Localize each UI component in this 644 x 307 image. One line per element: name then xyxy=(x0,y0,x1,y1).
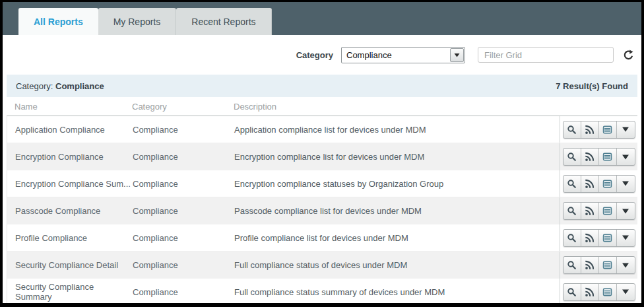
export-report-button[interactable] xyxy=(599,257,617,273)
magnifier-icon xyxy=(567,179,577,189)
report-category: Compliance xyxy=(133,233,234,243)
report-name: Security Compliance Detail xyxy=(7,260,133,270)
reports-window: All Reports My Reports Recent Reports Ca… xyxy=(0,0,644,307)
row-action-group xyxy=(563,148,635,166)
export-report-button[interactable] xyxy=(599,230,617,246)
row-actions xyxy=(560,143,637,170)
rss-feed-icon xyxy=(585,125,595,135)
report-row[interactable]: Application Compliance Compliance Applic… xyxy=(7,116,637,143)
list-view-icon xyxy=(602,152,612,162)
rss-feed-icon xyxy=(585,287,595,297)
report-name: Application Compliance xyxy=(7,125,133,135)
caret-down-icon xyxy=(622,180,629,187)
magnifier-icon xyxy=(567,233,577,243)
row-action-group xyxy=(563,175,635,193)
more-actions-button[interactable] xyxy=(617,149,635,165)
subscribe-report-button[interactable] xyxy=(581,149,599,165)
view-report-button[interactable] xyxy=(564,257,581,273)
column-header-category[interactable]: Category xyxy=(132,102,234,112)
report-description: Passcode compliance list for devices und… xyxy=(234,206,560,216)
row-action-group xyxy=(563,256,635,274)
report-category: Compliance xyxy=(133,179,234,189)
more-actions-button[interactable] xyxy=(617,257,635,273)
report-rows: Application Compliance Compliance Applic… xyxy=(7,116,637,306)
caret-down-icon xyxy=(622,234,629,241)
results-count: 7 Result(s) Found xyxy=(556,81,628,91)
more-actions-button[interactable] xyxy=(617,230,635,246)
report-row[interactable]: Passcode Compliance Compliance Passcode … xyxy=(7,197,637,224)
tab-recent-reports[interactable]: Recent Reports xyxy=(176,8,271,35)
category-select[interactable]: Compliance xyxy=(341,47,465,63)
more-actions-button[interactable] xyxy=(617,203,635,219)
report-row[interactable]: Encryption Compliance Compliance Encrypt… xyxy=(7,143,637,170)
report-description: Profile compliance list for devices unde… xyxy=(234,233,560,243)
report-name: Passcode Compliance xyxy=(7,206,133,216)
list-view-icon xyxy=(602,287,612,297)
report-row[interactable]: Profile Compliance Compliance Profile co… xyxy=(7,224,637,252)
export-report-button[interactable] xyxy=(599,121,617,138)
tab-bar: All Reports My Reports Recent Reports xyxy=(3,2,641,35)
subscribe-report-button[interactable] xyxy=(581,284,599,300)
view-report-button[interactable] xyxy=(564,284,581,300)
report-category: Compliance xyxy=(133,260,234,270)
magnifier-icon xyxy=(567,152,577,162)
list-view-icon xyxy=(602,206,612,216)
refresh-button[interactable] xyxy=(622,48,635,61)
subscribe-report-button[interactable] xyxy=(581,230,599,246)
report-description: Application compliance list for devices … xyxy=(234,125,560,135)
row-actions xyxy=(560,170,637,197)
row-actions xyxy=(560,279,637,305)
export-report-button[interactable] xyxy=(599,149,617,165)
list-view-icon xyxy=(602,260,612,270)
results-summary-bar: Category: Compliance 7 Result(s) Found xyxy=(7,75,637,97)
export-report-button[interactable] xyxy=(599,284,617,300)
filter-toolbar: Category Compliance xyxy=(3,35,641,75)
view-report-button[interactable] xyxy=(564,176,581,192)
report-name: Profile Compliance xyxy=(7,233,133,243)
more-actions-button[interactable] xyxy=(617,284,635,300)
caret-down-icon xyxy=(622,154,629,160)
row-action-group xyxy=(563,121,635,139)
view-report-button[interactable] xyxy=(564,230,581,246)
report-name: Encryption Compliance Sum... xyxy=(7,179,133,189)
report-description: Full compliance status of devices under … xyxy=(234,260,560,270)
list-view-icon xyxy=(602,233,612,243)
filter-grid-input[interactable] xyxy=(478,47,614,63)
rss-feed-icon xyxy=(585,260,595,270)
row-action-group xyxy=(563,283,635,301)
rss-feed-icon xyxy=(585,206,595,216)
report-row[interactable]: Security Compliance Summary Compliance F… xyxy=(7,279,637,306)
subscribe-report-button[interactable] xyxy=(581,203,599,219)
export-report-button[interactable] xyxy=(599,176,617,192)
category-select-value: Compliance xyxy=(342,50,392,60)
column-header-name[interactable]: Name xyxy=(7,102,132,112)
view-report-button[interactable] xyxy=(564,121,581,138)
column-header-description[interactable]: Description xyxy=(234,102,560,112)
export-report-button[interactable] xyxy=(599,203,617,219)
refresh-arrow-icon xyxy=(623,50,634,61)
subscribe-report-button[interactable] xyxy=(581,176,599,192)
magnifier-icon xyxy=(567,206,577,216)
subscribe-report-button[interactable] xyxy=(581,257,599,273)
view-report-button[interactable] xyxy=(564,203,581,219)
report-category: Compliance xyxy=(133,206,234,216)
more-actions-button[interactable] xyxy=(617,121,635,138)
caret-down-icon xyxy=(450,48,464,62)
row-actions xyxy=(560,116,637,143)
subscribe-report-button[interactable] xyxy=(581,121,599,138)
caret-down-icon xyxy=(622,208,629,215)
tab-my-reports[interactable]: My Reports xyxy=(98,8,177,35)
report-category: Compliance xyxy=(133,125,234,135)
report-name: Security Compliance Summary xyxy=(7,282,133,302)
row-actions xyxy=(560,197,637,224)
category-label: Category xyxy=(296,50,333,60)
caret-down-icon xyxy=(622,289,629,295)
report-category: Compliance xyxy=(133,287,234,297)
report-row[interactable]: Security Compliance Detail Compliance Fu… xyxy=(7,252,637,279)
report-row[interactable]: Encryption Compliance Sum... Compliance … xyxy=(7,170,637,197)
tab-all-reports[interactable]: All Reports xyxy=(18,8,98,35)
magnifier-icon xyxy=(567,287,577,297)
view-report-button[interactable] xyxy=(564,149,581,165)
more-actions-button[interactable] xyxy=(617,176,635,192)
row-actions xyxy=(560,224,637,251)
